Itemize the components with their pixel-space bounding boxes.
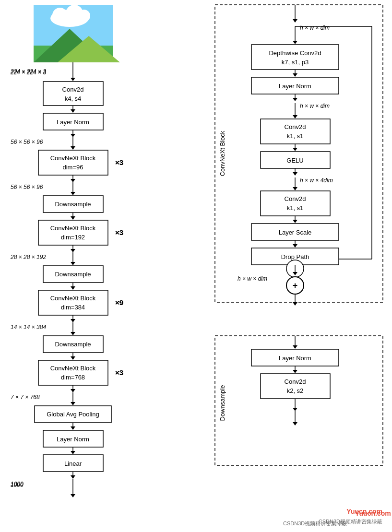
svg-text:Layer Norm: Layer Norm — [279, 355, 311, 362]
svg-text:Downsample: Downsample — [219, 385, 226, 421]
svg-rect-62 — [38, 360, 108, 385]
svg-text:Layer Scale: Layer Scale — [279, 229, 312, 236]
svg-marker-31 — [71, 192, 75, 195]
svg-text:k1, s1: k1, s1 — [287, 204, 304, 212]
multiply-3: ×9 — [115, 298, 123, 307]
svg-text:7 × 7 × 768: 7 × 7 × 768 — [11, 394, 40, 401]
svg-marker-15 — [71, 109, 75, 113]
svg-text:k2, s2: k2, s2 — [287, 387, 304, 394]
svg-marker-144 — [293, 302, 297, 306]
svg-text:Downsample: Downsample — [55, 201, 91, 208]
svg-point-5 — [52, 8, 68, 23]
svg-text:Conv2d: Conv2d — [285, 378, 306, 385]
svg-marker-70 — [71, 402, 75, 405]
svg-rect-109 — [261, 119, 330, 144]
multiply-1: ×3 — [115, 158, 123, 166]
svg-marker-78 — [71, 451, 75, 454]
multiply-2: ×3 — [115, 228, 123, 236]
svg-rect-36 — [38, 220, 108, 245]
svg-text:Downsample: Downsample — [55, 341, 91, 348]
svg-text:dim=384: dim=384 — [61, 304, 85, 311]
svg-marker-48 — [71, 286, 75, 290]
svg-marker-54 — [71, 319, 75, 322]
svg-text:Layer Norm: Layer Norm — [57, 436, 89, 443]
svg-text:ConvNeXt Block: ConvNeXt Block — [219, 130, 226, 176]
input-size-label: 224 × 224 × 3 — [11, 68, 46, 75]
svg-text:k1, s1: k1, s1 — [287, 132, 304, 140]
watermark-text: Yuucn.com — [346, 508, 382, 515]
svg-marker-19 — [71, 134, 75, 137]
convnext-block-1 — [38, 150, 108, 175]
svg-text:k4, s4: k4, s4 — [65, 95, 82, 102]
svg-text:Layer Norm: Layer Norm — [57, 118, 89, 126]
svg-text:Conv2d: Conv2d — [62, 86, 84, 93]
svg-text:Layer Norm: Layer Norm — [279, 83, 311, 90]
svg-rect-153 — [261, 374, 330, 399]
svg-marker-28 — [71, 179, 75, 182]
svg-text:Depthwise Conv2d: Depthwise Conv2d — [269, 49, 321, 57]
svg-text:Conv2d: Conv2d — [285, 195, 306, 202]
svg-text:14 × 14 × 384: 14 × 14 × 384 — [11, 324, 46, 331]
svg-text:ConvNeXt Block: ConvNeXt Block — [50, 225, 96, 232]
svg-rect-121 — [261, 191, 330, 216]
output-label: 1000 — [11, 481, 24, 487]
svg-rect-49 — [38, 290, 108, 315]
svg-text:k7, s1, p3: k7, s1, p3 — [282, 59, 309, 66]
svg-marker-44 — [71, 262, 75, 265]
svg-rect-97 — [251, 45, 339, 70]
svg-text:Drop Path: Drop Path — [281, 253, 309, 260]
svg-text:+: + — [293, 281, 298, 290]
svg-text:Global Avg Pooling: Global Avg Pooling — [47, 411, 99, 418]
svg-text:h × w × 4dim: h × w × 4dim — [300, 177, 333, 184]
multiply-4: ×3 — [115, 368, 123, 377]
svg-text:56 × 56 × 96: 56 × 56 × 96 — [11, 184, 43, 190]
svg-marker-67 — [71, 389, 75, 392]
svg-text:dim=768: dim=768 — [61, 374, 85, 381]
svg-marker-82 — [71, 475, 75, 479]
svg-marker-74 — [71, 426, 75, 430]
svg-text:ConvNeXt Block: ConvNeXt Block — [50, 365, 96, 372]
svg-marker-61 — [71, 356, 75, 360]
svg-text:28 × 28 × 192: 28 × 28 × 192 — [10, 254, 46, 260]
svg-text:dim=192: dim=192 — [61, 234, 85, 241]
svg-marker-57 — [71, 332, 75, 335]
subtitle-text: CSDN3D视频精讲密集绿蔽 — [319, 518, 382, 525]
svg-text:h × w × dim: h × w × dim — [300, 24, 330, 31]
svg-text:ConvNeXt Block: ConvNeXt Block — [50, 295, 96, 302]
svg-marker-22 — [71, 146, 75, 150]
svg-text:Linear: Linear — [64, 460, 82, 467]
svg-text:GELU: GELU — [286, 157, 303, 164]
svg-text:56 × 56 × 96: 56 × 56 × 96 — [11, 139, 43, 145]
svg-text:Conv2d: Conv2d — [285, 123, 306, 130]
svg-marker-35 — [71, 216, 75, 220]
svg-marker-85 — [71, 494, 75, 497]
svg-text:h × w × dim: h × w × dim — [238, 275, 267, 282]
svg-point-7 — [78, 10, 90, 22]
svg-marker-10 — [71, 78, 75, 81]
svg-text:Downsample: Downsample — [55, 271, 91, 278]
svg-text:h × w × dim: h × w × dim — [300, 103, 330, 109]
svg-marker-41 — [71, 249, 75, 252]
